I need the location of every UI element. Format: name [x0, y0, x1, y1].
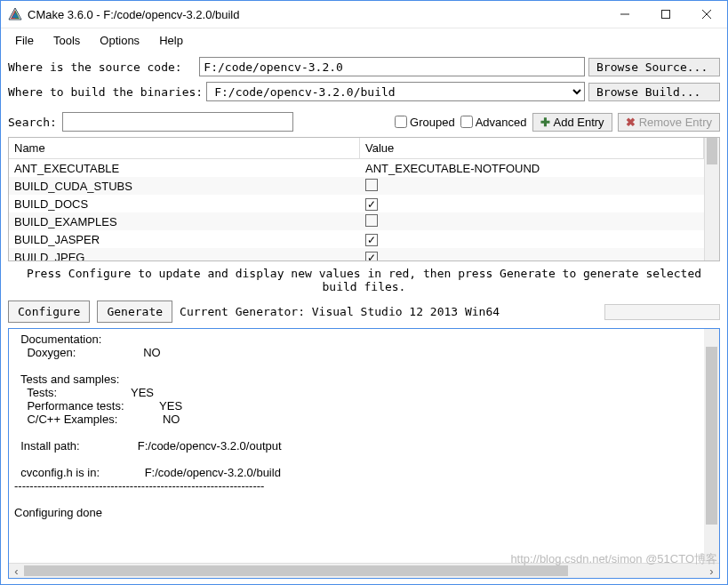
source-label: Where is the source code:	[8, 60, 196, 74]
action-row: Configure Generate Current Generator: Vi…	[1, 297, 727, 328]
search-row: Search: Grouped Advanced ✚Add Entry ✖Rem…	[1, 108, 727, 137]
menu-help[interactable]: Help	[152, 31, 190, 50]
progress-bar	[604, 304, 720, 320]
value-checkbox[interactable]	[365, 214, 378, 227]
window-title: CMake 3.6.0 - F:/code/opencv-3.2.0/build	[28, 8, 604, 21]
table-row[interactable]: ANT_EXECUTABLEANT_EXECUTABLE-NOTFOUND	[9, 159, 704, 177]
table-row[interactable]: BUILD_JPEG	[9, 248, 704, 260]
table-scrollbar[interactable]	[704, 138, 719, 260]
add-entry-button[interactable]: ✚Add Entry	[532, 113, 612, 132]
output-hscrollbar[interactable]: ‹ ›	[9, 563, 719, 578]
search-label: Search:	[8, 116, 57, 129]
cell-value[interactable]	[360, 232, 704, 247]
build-row: Where to build the binaries: F:/code/ope…	[8, 82, 720, 101]
cell-name: BUILD_JASPER	[9, 232, 360, 247]
cell-value[interactable]	[360, 213, 704, 230]
path-section: Where is the source code: Browse Source.…	[1, 52, 727, 108]
table-row[interactable]: BUILD_CUDA_STUBS	[9, 177, 704, 195]
browse-source-button[interactable]: Browse Source...	[588, 58, 720, 76]
cell-value[interactable]: ANT_EXECUTABLE-NOTFOUND	[360, 161, 704, 176]
source-path-input[interactable]	[199, 57, 585, 76]
output-vscrollbar[interactable]	[704, 329, 719, 563]
menu-file[interactable]: File	[8, 31, 41, 50]
cell-value[interactable]	[360, 196, 704, 212]
output-text[interactable]: Documentation: Doxygen: NO Tests and sam…	[9, 329, 719, 563]
minimize-button[interactable]	[604, 1, 645, 28]
value-checkbox[interactable]	[365, 252, 378, 261]
search-input[interactable]	[62, 112, 293, 132]
cell-value[interactable]	[360, 250, 704, 261]
cache-table: Name Value ANT_EXECUTABLEANT_EXECUTABLE-…	[8, 137, 720, 261]
scroll-left-icon[interactable]: ‹	[9, 565, 24, 578]
maximize-button[interactable]	[645, 1, 686, 28]
table-row[interactable]: BUILD_JASPER	[9, 230, 704, 248]
close-button[interactable]	[686, 1, 727, 28]
table-header: Name Value	[9, 138, 704, 159]
header-name[interactable]: Name	[9, 138, 360, 158]
table-row[interactable]: BUILD_DOCS	[9, 195, 704, 212]
header-value[interactable]: Value	[360, 138, 704, 158]
scroll-right-icon[interactable]: ›	[704, 565, 719, 578]
title-bar: CMake 3.6.0 - F:/code/opencv-3.2.0/build	[1, 1, 727, 28]
value-checkbox[interactable]	[365, 198, 378, 211]
cell-name: BUILD_DOCS	[9, 196, 360, 212]
configure-button[interactable]: Configure	[8, 301, 90, 323]
cell-name: ANT_EXECUTABLE	[9, 161, 360, 176]
value-checkbox[interactable]	[365, 234, 378, 246]
advanced-checkbox[interactable]: Advanced	[460, 116, 527, 129]
cell-name: BUILD_JPEG	[9, 250, 360, 261]
source-row: Where is the source code: Browse Source.…	[8, 57, 720, 76]
output-pane: Documentation: Doxygen: NO Tests and sam…	[8, 328, 720, 579]
table-row[interactable]: BUILD_EXAMPLES	[9, 212, 704, 230]
generate-button[interactable]: Generate	[97, 301, 172, 323]
grouped-checkbox[interactable]: Grouped	[395, 116, 455, 129]
browse-build-button[interactable]: Browse Build...	[588, 83, 720, 101]
menu-tools[interactable]: Tools	[46, 31, 87, 50]
value-checkbox[interactable]	[365, 179, 378, 191]
x-icon: ✖	[626, 116, 636, 129]
current-generator: Current Generator: Visual Studio 12 2013…	[180, 305, 500, 318]
menu-bar: File Tools Options Help	[1, 28, 727, 52]
build-label: Where to build the binaries:	[8, 85, 203, 99]
menu-options[interactable]: Options	[92, 31, 147, 50]
cell-value[interactable]	[360, 178, 704, 195]
app-icon	[8, 7, 22, 21]
plus-icon: ✚	[540, 116, 550, 129]
cell-name: BUILD_CUDA_STUBS	[9, 179, 360, 194]
cell-name: BUILD_EXAMPLES	[9, 214, 360, 229]
hint-text: Press Configure to update and display ne…	[1, 261, 727, 297]
svg-rect-5	[662, 11, 670, 19]
remove-entry-button[interactable]: ✖Remove Entry	[618, 113, 720, 132]
build-path-input[interactable]: F:/code/opencv-3.2.0/build	[206, 82, 585, 101]
